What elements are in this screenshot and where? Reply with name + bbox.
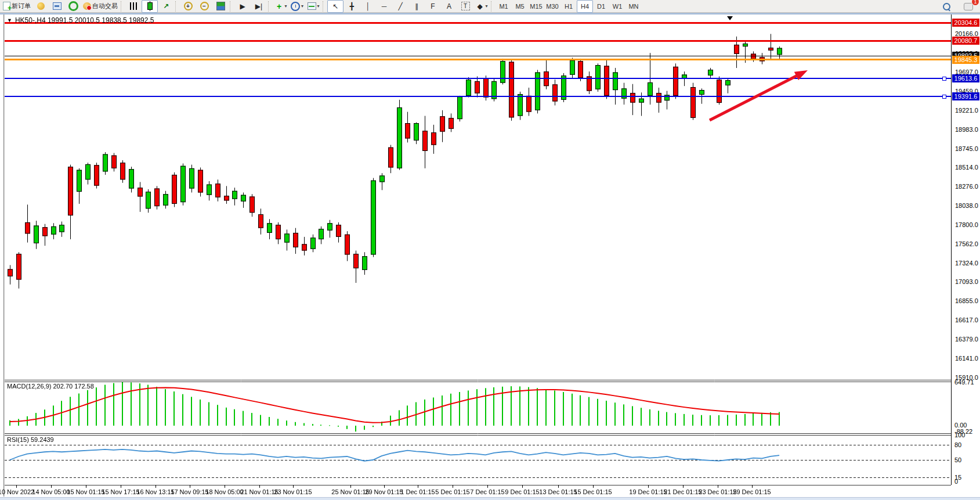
auto-scroll-icon: ▶	[238, 2, 247, 10]
text-label-tool[interactable]: T	[457, 0, 473, 13]
bar-chart-button[interactable]	[125, 0, 142, 13]
channel-tool[interactable]: ∥	[408, 0, 425, 13]
chart-shift-button[interactable]: ▶|	[251, 0, 267, 13]
timeframe-w1[interactable]: W1	[609, 0, 625, 13]
channel-icon: ∥	[413, 2, 421, 10]
horizontal-line-tool[interactable]: ─	[376, 0, 392, 13]
trendline-icon: ╱	[396, 2, 405, 10]
support-line-upper-price-badge: 19613.6	[952, 74, 979, 82]
resistance-line-upper-price-badge: 20304.6	[952, 19, 979, 27]
fibonacci-tool[interactable]: F	[425, 0, 441, 13]
text-tool[interactable]: A	[441, 0, 457, 13]
timeframe-h4[interactable]: H4	[577, 0, 593, 13]
rsi-indicator-label: RSI(15) 59.2439	[7, 436, 54, 443]
time-axis-label: 5 Dec 01:15	[435, 488, 469, 495]
signals-button[interactable]	[65, 0, 81, 13]
macd-value: 202.70	[53, 383, 73, 390]
shapes-tool[interactable]: ◆▾	[473, 0, 490, 13]
toolbar-separator	[175, 1, 179, 12]
pivot-line-orange-price-badge: 19845.3	[952, 56, 979, 64]
price-tick-label: 17562.0	[955, 240, 978, 247]
price-tick-label: 16379.0	[955, 336, 978, 343]
rsi-scale-label: 0	[954, 478, 958, 485]
time-axis-label: 14 Nov 05:00	[32, 488, 70, 495]
trend-arrow-annotation[interactable]	[701, 62, 816, 128]
timeframe-label: M5	[515, 3, 524, 10]
chevron-down-icon: ▾	[486, 3, 488, 9]
rsi-scale-label: 50	[954, 456, 961, 463]
chart-shift-marker	[727, 16, 733, 20]
autotrade-button[interactable]: 自动交易	[81, 0, 120, 13]
time-axis-label: 19 Dec 01:15	[629, 488, 667, 495]
auto-scroll-button[interactable]: ▶	[234, 0, 251, 13]
cursor-tool[interactable]: ↖	[327, 0, 343, 13]
support-line-upper-handle[interactable]	[942, 77, 946, 81]
templates-button[interactable]: ▾	[305, 0, 321, 13]
support-line-lower-handle[interactable]	[942, 95, 946, 99]
timeframe-label: H4	[581, 3, 589, 10]
chart-menu-icon[interactable]: ▼	[7, 17, 12, 23]
time-axis-label: 21 Dec 01:15	[664, 488, 701, 495]
timeframe-h1[interactable]: H1	[560, 0, 577, 13]
rsi-scale-label: 80	[954, 441, 961, 448]
line-chart-button[interactable]: ↗	[158, 0, 174, 13]
resistance-line-lower[interactable]	[5, 40, 951, 42]
market-watch-button[interactable]	[49, 0, 65, 13]
text-icon: A	[445, 2, 454, 10]
trendline-tool[interactable]: ╱	[392, 0, 408, 13]
time-axis-label: 9 Dec 01:15	[505, 488, 539, 495]
chevron-down-icon: ▾	[317, 3, 320, 9]
time-axis-label: 29 Nov 01:15	[365, 488, 403, 495]
toolbar-right-group: 1	[938, 0, 977, 13]
price-tick-label: 16141.0	[955, 355, 978, 362]
chart-shift-icon: ▶|	[255, 2, 263, 10]
crosshair-tool[interactable]: ╋	[343, 0, 360, 13]
market-watch-icon	[53, 2, 62, 10]
price-tick-label: 19221.0	[955, 107, 978, 114]
timeframe-label: MN	[628, 3, 638, 10]
indicators-button[interactable]: +▾	[273, 0, 289, 13]
candlestick-chart-icon	[147, 2, 153, 10]
pivot-line-orange[interactable]	[5, 59, 951, 60]
bar-chart-icon	[130, 2, 138, 10]
search-button[interactable]	[938, 0, 954, 13]
candlestick-chart-button[interactable]	[142, 0, 158, 13]
periods-button[interactable]: ▾	[289, 0, 305, 13]
new-order-button[interactable]: 新订单	[1, 0, 32, 13]
style-button[interactable]	[32, 0, 49, 13]
time-axis-label: 15 Nov 01:15	[67, 488, 104, 495]
time-axis-label: 13 Dec 01:15	[539, 488, 577, 495]
resistance-line-lower-price-badge: 20080.7	[952, 37, 979, 45]
macd-signal-value: 172.58	[74, 383, 94, 390]
timeframe-m15[interactable]: M15	[528, 0, 544, 13]
timeframe-label: M30	[546, 3, 558, 10]
time-axis-label: 17 Nov 09:15	[171, 488, 208, 495]
time-axis-label: 15 Nov 17:15	[102, 488, 139, 495]
time-axis-label: 15 Dec 01:15	[574, 488, 612, 495]
zoom-in-button[interactable]: +	[180, 0, 196, 13]
price-tick-label: 18983.0	[955, 126, 978, 133]
price-tick-label: 18276.0	[955, 183, 978, 190]
zoom-out-button[interactable]: −	[196, 0, 212, 13]
timeframe-d1[interactable]: D1	[593, 0, 609, 13]
tile-windows-button[interactable]	[212, 0, 229, 13]
timeframe-m30[interactable]: M30	[544, 0, 560, 13]
timeframe-mn[interactable]: MN	[625, 0, 642, 13]
style-icon	[37, 2, 45, 10]
timeframe-m1[interactable]: M1	[496, 0, 512, 13]
price-tick-label: 17324.0	[955, 260, 978, 267]
support-line-lower-price-badge: 19391.6	[952, 92, 979, 100]
notifications-button[interactable]: 1	[960, 0, 977, 13]
vertical-line-icon: │	[364, 2, 373, 10]
macd-scale-label: 649.71	[954, 379, 974, 386]
new-order-icon	[3, 2, 10, 10]
macd-indicator-label: MACD(12,26,9) 202.70 172.58	[7, 383, 94, 390]
rsi-value: 59.2439	[31, 436, 54, 443]
periods-icon	[291, 2, 300, 11]
vertical-line-tool[interactable]: │	[360, 0, 376, 13]
timeframe-label: W1	[613, 3, 623, 10]
main-toolbar: 新订单自动交易↗+−▶▶|+▾▾▾↖╋│─╱∥FAT◆▾M1M5M15M30H1…	[0, 0, 980, 13]
new-order-button-label: 新订单	[12, 2, 31, 10]
timeframe-m5[interactable]: M5	[512, 0, 528, 13]
rsi-scale-label: 100	[954, 431, 965, 438]
